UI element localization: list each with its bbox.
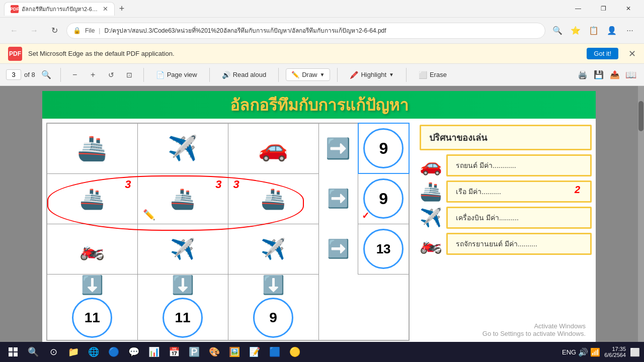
grid-cell: 🏍️ <box>47 224 137 274</box>
taskbar-illustrator-icon[interactable]: 🎨 <box>205 343 223 361</box>
taskbar-photoshop-icon[interactable]: 🖼️ <box>225 343 244 361</box>
url-text: D:/ครูปลา/สอนป.3/Code63/หน่วยที่%201%20อ… <box>104 26 386 35</box>
zoom-out-button[interactable]: − <box>68 68 82 82</box>
taskbar-powerpoint-icon[interactable]: 🅿️ <box>185 343 203 361</box>
page-number-input[interactable] <box>6 69 21 80</box>
down-arrow-2: ⬇️ <box>172 275 194 295</box>
taskbar-clock[interactable]: 17:35 6/6/2564 <box>604 346 626 358</box>
table-row: 🚢 ✈️ 🚗 ➡️ <box>47 123 409 173</box>
plane-item-icon: ✈️ <box>420 207 442 228</box>
notification-close-button[interactable]: ✕ <box>628 48 636 59</box>
collections-icon[interactable]: 📋 <box>586 23 602 39</box>
taskbar-file-explorer[interactable]: 📁 <box>64 343 83 361</box>
print-button[interactable]: 🖨️ <box>576 68 590 82</box>
vertical-scrollbar[interactable] <box>638 86 644 342</box>
number-annotation-3c: 3 <box>233 178 239 191</box>
share-button[interactable]: 📤 <box>608 68 622 82</box>
highlight-button[interactable]: 🖍️ Highlight ▼ <box>345 69 399 81</box>
save-button[interactable]: 💾 <box>592 68 606 82</box>
vehicle-grid-table: 🚢 ✈️ 🚗 ➡️ <box>46 123 410 341</box>
tab-bar: PDF อัลกอรีทึมกับการแก้ปัญหา2-6-64.p... … <box>4 2 567 16</box>
car-value-box: รถยนต์ มีค่า............ <box>446 154 592 176</box>
read-aloud-button[interactable]: 🔊 Read aloud <box>217 69 272 81</box>
minimize-button[interactable]: — <box>567 0 590 18</box>
plane-item-row: ✈️ เครื่องบิน มีค่า.......... <box>420 207 592 229</box>
immersive-reader-button[interactable]: 📖 <box>624 68 638 82</box>
taskbar-word-icon[interactable]: 📝 <box>246 343 264 361</box>
puzzle-title-box: ปริศนาของเล่น <box>420 125 592 150</box>
pdf-page: อัลกอรีทึมกับการแก้ปัญหา 🚢 <box>42 91 596 342</box>
url-protocol: File <box>85 27 95 34</box>
refresh-button[interactable]: ↻ <box>46 23 62 39</box>
arrow-cell-3: ➡️ <box>318 224 358 274</box>
search-pdf-button[interactable]: 🔍 <box>39 68 53 82</box>
notification-accept-button[interactable]: Got it! <box>587 48 618 59</box>
svg-rect-0 <box>9 347 13 351</box>
url-bar[interactable]: 🔒 File | D:/ครูปลา/สอนป.3/Code63/หน่วยที… <box>66 23 545 39</box>
taskbar-app2-icon[interactable]: 🟡 <box>286 343 304 361</box>
boat-value-box: เรือ มีค่า.......... 2 <box>446 180 592 203</box>
view-mode-button[interactable]: ⊡ <box>122 68 136 82</box>
motorcycle-item-row: 🏍️ รถจักรยานยนต์ มีค่า.......... <box>420 233 592 255</box>
grid-cell: 🚗 <box>228 123 318 173</box>
boat-icon-2c: 🚢 <box>261 188 286 210</box>
page-header-title: อัลกอรีทึมกับการแก้ปัญหา <box>230 92 409 118</box>
close-button[interactable]: ✕ <box>617 0 640 18</box>
taskbar-line-icon[interactable]: 💬 <box>125 343 143 361</box>
profile-icon[interactable]: 👤 <box>604 23 620 39</box>
boat-item-row: 🚢 เรือ มีค่า.......... 2 <box>420 180 592 203</box>
taskbar-cortana-button[interactable]: ⊙ <box>44 343 62 361</box>
table-row: 🏍️ ✈️ ✈️ ➡️ <box>47 224 409 274</box>
more-options-icon[interactable]: ··· <box>622 23 638 39</box>
taskbar-volume-icon[interactable]: 🔊 <box>578 347 588 357</box>
taskbar-app1-icon[interactable]: 🟦 <box>266 343 284 361</box>
draw-button[interactable]: ✏️ Draw ▼ <box>286 68 330 81</box>
taskbar-excel-icon[interactable]: 📊 <box>145 343 163 361</box>
boat-answer-annotation: 2 <box>575 184 580 196</box>
notification-bar: PDF Set Microsoft Edge as the default PD… <box>0 44 644 64</box>
forward-button[interactable]: → <box>26 23 42 39</box>
taskbar-chrome-icon[interactable]: 🌐 <box>85 343 103 361</box>
erase-button[interactable]: ⬜ Erase <box>414 69 452 81</box>
boat-icon-2b: 🚢 <box>170 188 195 210</box>
table-row-highlighted: 🚢 3 🚢 3 ✏️ 3 🚢 <box>47 173 409 224</box>
activate-windows-watermark: Activate Windows Go to Settings to activ… <box>482 322 586 337</box>
arrow-cell-1: ➡️ <box>318 123 358 173</box>
search-favorites-icon[interactable]: 🔍 <box>549 23 566 39</box>
arrow-cell-2: ➡️ <box>318 173 358 224</box>
grid-cell-arrow-down-1: ⬇️ 11 <box>47 274 137 340</box>
result-cell-3: 13 <box>358 224 409 274</box>
taskbar-search-button[interactable]: 🔍 <box>24 343 42 361</box>
separator-3 <box>209 68 210 82</box>
fit-page-button[interactable]: ↺ <box>104 68 118 82</box>
address-bar: ← → ↻ 🔒 File | D:/ครูปลา/สอนป.3/Code63/ห… <box>0 18 644 44</box>
page-view-button[interactable]: 📄 Page view <box>151 69 202 81</box>
taskbar-edge-icon[interactable]: 🔵 <box>105 343 123 361</box>
new-tab-button[interactable]: + <box>115 2 129 16</box>
boat-icon-2a: 🚢 <box>79 188 105 210</box>
zoom-in-button[interactable]: + <box>86 68 100 82</box>
taskbar-right-section: ENG 🔊 📶 17:35 6/6/2564 ⬜ <box>562 346 640 358</box>
empty-cell <box>318 274 409 340</box>
motorcycle-value-box: รถจักรยานยนต์ มีค่า.......... <box>446 233 592 255</box>
scrollbar-thumb[interactable] <box>638 101 643 131</box>
svg-rect-1 <box>14 347 18 351</box>
pdf-scroll-area[interactable]: อัลกอรีทึมกับการแก้ปัญหา 🚢 <box>0 86 638 342</box>
page-total: of 8 <box>24 71 35 78</box>
taskbar-show-desktop-button[interactable]: ⬜ <box>630 347 640 357</box>
back-button[interactable]: ← <box>6 23 22 39</box>
right-arrow-3: ➡️ <box>327 238 350 259</box>
separator-1 <box>60 68 61 82</box>
taskbar-network-icon[interactable]: 📶 <box>590 347 600 357</box>
favorites-icon[interactable]: ⭐ <box>568 23 584 39</box>
erase-label: Erase <box>430 71 447 78</box>
start-button[interactable] <box>4 343 22 361</box>
grid-cell: 3 🚢 <box>228 173 318 224</box>
pdf-content-area: อัลกอรีทึมกับการแก้ปัญหา 🚢 <box>0 86 644 342</box>
tab-close-btn[interactable]: ✕ <box>103 5 108 13</box>
active-tab[interactable]: PDF อัลกอรีทึมกับการแก้ปัญหา2-6-64.p... … <box>4 2 115 16</box>
maximize-button[interactable]: ❐ <box>592 0 615 18</box>
highlight-dropdown-icon: ▼ <box>389 72 394 77</box>
draw-label: Draw <box>302 71 317 78</box>
taskbar-outlook-icon[interactable]: 📅 <box>165 343 183 361</box>
